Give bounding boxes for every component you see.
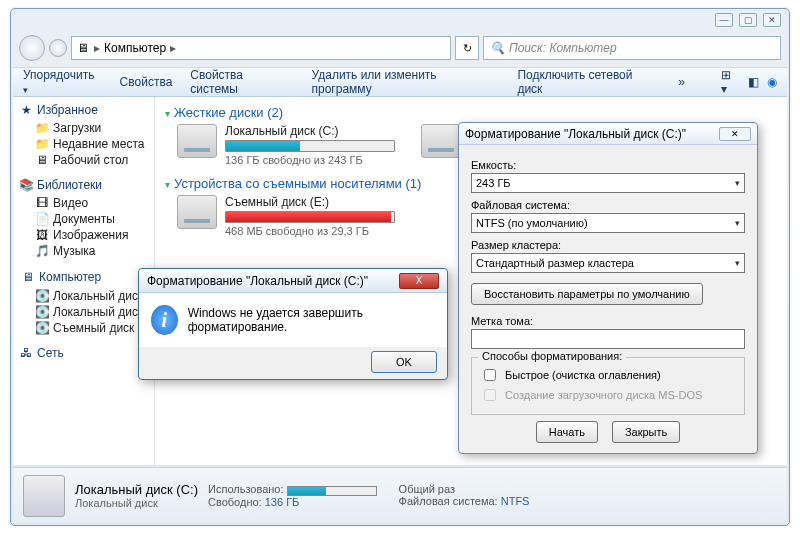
uninstall-button[interactable]: Удалить или изменить программу <box>312 68 500 96</box>
close-button[interactable]: ✕ <box>763 13 781 27</box>
desktop-icon: 🖥 <box>35 153 49 167</box>
sidebar-item-computer[interactable]: 🖥Компьютер <box>19 269 148 285</box>
messagebox-titlebar[interactable]: Форматирование "Локальный диск (C:)" X <box>139 269 447 293</box>
drive-icon: 💽 <box>35 305 49 319</box>
sidebar-item-desktop[interactable]: 🖥Рабочий стол <box>19 152 148 168</box>
drive-icon <box>177 124 217 158</box>
bootdisk-checkbox: Создание загрузочного диска MS-DOS <box>480 386 736 404</box>
computer-icon: 🖥 <box>21 270 35 284</box>
close-button[interactable]: X <box>399 273 439 289</box>
hard-drives-header[interactable]: ▾Жесткие диски (2) <box>165 105 777 120</box>
sidebar-item-downloads[interactable]: 📁Загрузки <box>19 120 148 136</box>
folder-icon: 📁 <box>35 121 49 135</box>
search-icon: 🔍 <box>490 41 505 55</box>
view-options-icon[interactable]: ⊞ ▾ <box>721 68 740 96</box>
dialog-titlebar[interactable]: Форматирование "Локальный диск (C:)" ✕ <box>459 123 757 145</box>
cluster-label: Размер кластера: <box>471 239 745 251</box>
sidebar-item-drive-c[interactable]: 💽Локальный диск <box>19 288 148 304</box>
fs-label: Файловая система: <box>399 495 498 507</box>
refresh-button[interactable]: ↻ <box>455 36 479 60</box>
close-dialog-button[interactable]: Закрыть <box>612 421 680 443</box>
address-bar-row: 🖥 ▸ Компьютер ▸ ↻ 🔍 Поиск: Компьютер <box>19 33 781 63</box>
details-pane: Локальный диск (C:) Локальный диск Испол… <box>13 467 787 523</box>
volume-label-input[interactable] <box>471 329 745 349</box>
capacity-combo[interactable]: 243 ГБ <box>471 173 745 193</box>
sidebar-item-pictures[interactable]: 🖼Изображения <box>19 227 148 243</box>
search-placeholder: Поиск: Компьютер <box>509 41 617 55</box>
filesystem-label: Файловая система: <box>471 199 745 211</box>
expand-icon: ▾ <box>165 179 170 190</box>
messagebox-text: Windows не удается завершить форматирова… <box>188 306 435 334</box>
sidebar-item-music[interactable]: 🎵Музыка <box>19 243 148 259</box>
nav-back-button[interactable] <box>19 35 45 61</box>
map-drive-button[interactable]: Подключить сетевой диск <box>517 68 660 96</box>
navigation-pane: ★Избранное 📁Загрузки 📁Недавние места 🖥Ра… <box>13 97 155 465</box>
dialog-title: Форматирование "Локальный диск (C:)" <box>465 127 686 141</box>
properties-button[interactable]: Свойства <box>120 75 173 89</box>
free-label: Свободно: <box>208 496 262 508</box>
picture-icon: 🖼 <box>35 228 49 242</box>
free-value: 136 ГБ <box>265 496 300 508</box>
minimize-button[interactable]: — <box>715 13 733 27</box>
usage-bar <box>225 140 395 152</box>
volume-label-label: Метка тома: <box>471 315 745 327</box>
system-properties-button[interactable]: Свойства системы <box>190 68 293 96</box>
help-icon[interactable]: ◉ <box>767 75 777 89</box>
sidebar-item-drive-e[interactable]: 💽Съемный диск (E <box>19 320 148 336</box>
video-icon: 🎞 <box>35 196 49 210</box>
preview-pane-icon[interactable]: ◧ <box>748 75 759 89</box>
usage-bar <box>225 211 395 223</box>
options-legend: Способы форматирования: <box>478 350 626 362</box>
usage-bar <box>287 486 377 496</box>
drive-label: Съемный диск (E:) <box>225 195 407 209</box>
drive-freespace: 468 МБ свободно из 29,3 ГБ <box>225 225 407 237</box>
quick-format-checkbox[interactable]: Быстрое (очистка оглавления) <box>480 366 736 384</box>
sidebar-item-recent[interactable]: 📁Недавние места <box>19 136 148 152</box>
selected-type: Локальный диск <box>75 497 198 509</box>
document-icon: 📄 <box>35 212 49 226</box>
search-input[interactable]: 🔍 Поиск: Компьютер <box>483 36 781 60</box>
filesystem-combo[interactable]: NTFS (по умолчанию) <box>471 213 745 233</box>
organize-menu[interactable]: Упорядочить <box>23 68 102 96</box>
library-icon: 📚 <box>19 178 33 192</box>
nav-forward-button[interactable] <box>49 39 67 57</box>
sidebar-item-drive-d[interactable]: 💽Локальный диск <box>19 304 148 320</box>
error-messagebox: Форматирование "Локальный диск (C:)" X i… <box>138 268 448 380</box>
restore-defaults-button[interactable]: Восстановить параметры по умолчанию <box>471 283 703 305</box>
format-options-group: Способы форматирования: Быстрое (очистка… <box>471 357 745 415</box>
drive-icon <box>177 195 217 229</box>
total-label: Общий раз <box>399 483 455 495</box>
breadcrumb[interactable]: 🖥 ▸ Компьютер ▸ <box>71 36 451 60</box>
close-button[interactable]: ✕ <box>719 127 751 141</box>
fs-value: NTFS <box>501 495 530 507</box>
selected-title: Локальный диск (C:) <box>75 482 198 497</box>
messagebox-title: Форматирование "Локальный диск (C:)" <box>147 274 368 288</box>
used-label: Использовано: <box>208 483 284 495</box>
command-bar: Упорядочить Свойства Свойства системы Уд… <box>13 67 787 97</box>
drive-icon <box>421 124 461 158</box>
sidebar-item-videos[interactable]: 🎞Видео <box>19 195 148 211</box>
info-icon: i <box>151 305 178 335</box>
start-button[interactable]: Начать <box>536 421 598 443</box>
drive-c[interactable]: Локальный диск (C:) 136 ГБ свободно из 2… <box>177 124 407 166</box>
music-icon: 🎵 <box>35 244 49 258</box>
sidebar-item-network[interactable]: 🖧Сеть <box>19 346 148 360</box>
capacity-label: Емкость: <box>471 159 745 171</box>
chevron-right-icon: ▸ <box>94 41 100 55</box>
network-icon: 🖧 <box>19 346 33 360</box>
libraries-group[interactable]: 📚Библиотеки <box>19 178 148 192</box>
maximize-button[interactable]: ▢ <box>739 13 757 27</box>
drive-e[interactable]: Съемный диск (E:) 468 МБ свободно из 29,… <box>177 195 407 237</box>
format-dialog: Форматирование "Локальный диск (C:)" ✕ Е… <box>458 122 758 454</box>
favorites-group[interactable]: ★Избранное <box>19 103 148 117</box>
toolbar-overflow[interactable]: » <box>678 75 685 89</box>
ok-button[interactable]: OK <box>371 351 437 373</box>
sidebar-item-documents[interactable]: 📄Документы <box>19 211 148 227</box>
breadcrumb-root[interactable]: Компьютер <box>104 41 166 55</box>
cluster-combo[interactable]: Стандартный размер кластера <box>471 253 745 273</box>
chevron-right-icon: ▸ <box>170 41 176 55</box>
window-controls: — ▢ ✕ <box>715 13 781 27</box>
star-icon: ★ <box>19 103 33 117</box>
recent-icon: 📁 <box>35 137 49 151</box>
drive-icon: 💽 <box>35 289 49 303</box>
